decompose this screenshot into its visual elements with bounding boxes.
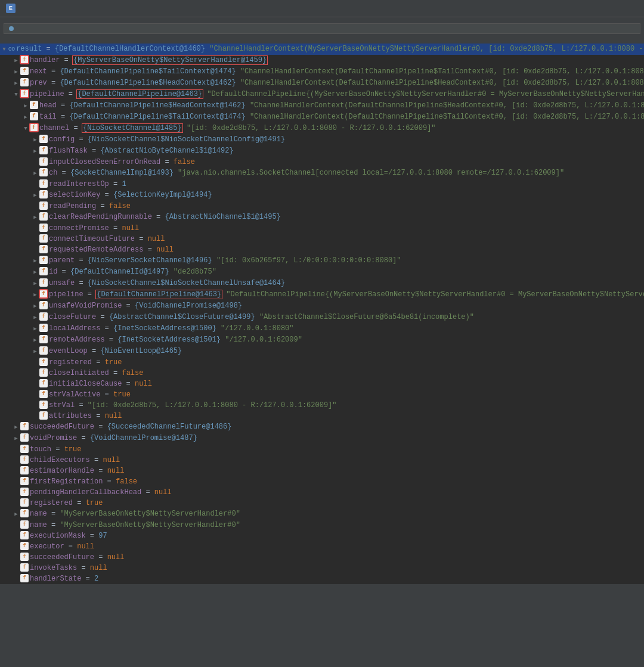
tree-row-firstRegistration[interactable]: ffirstRegistration = false bbox=[0, 476, 644, 487]
tree-row-config[interactable]: fconfig = {NioSocketChannel$NioSocketCha… bbox=[0, 134, 644, 145]
tree-row-root[interactable]: ooresult = {DefaultChannelHandlerContext… bbox=[0, 44, 644, 55]
tree-row-ch-pipeline[interactable]: fpipeline = {DefaultChannelPipeline@1463… bbox=[0, 289, 644, 300]
row-content: invokeTasks = null bbox=[30, 563, 107, 573]
tree-row-name[interactable]: fname = "MyServerBaseOnNetty$NettyServer… bbox=[0, 508, 644, 520]
tree-arrow[interactable] bbox=[21, 112, 30, 122]
expression-section bbox=[0, 17, 644, 38]
row-content: prev = {DefaultChannelPipeline$HeadConte… bbox=[30, 78, 644, 88]
tree-row-reg[interactable]: fregistered = true bbox=[0, 498, 644, 508]
row-content: readPending = false bbox=[49, 201, 131, 211]
tree-row-channel[interactable]: fchannel = {NioSocketChannel@1485} "[id:… bbox=[0, 123, 644, 134]
tree-row-readPending[interactable]: freadPending = false bbox=[0, 201, 644, 212]
tree-arrow[interactable] bbox=[31, 267, 39, 277]
tree-row-parent[interactable]: fparent = {NioServerSocketChannel@1496} … bbox=[0, 255, 644, 266]
tree-row-touch[interactable]: ftouch = true bbox=[0, 444, 644, 455]
f-icon: f bbox=[39, 201, 48, 210]
tree-arrow[interactable] bbox=[0, 44, 8, 54]
tree-arrow[interactable] bbox=[12, 422, 20, 432]
tree-row-initialCloseCause[interactable]: finitialCloseCause = null bbox=[0, 379, 644, 389]
tree-row-pipeline-tail[interactable]: ftail = {DefaultChannelPipeline$TailCont… bbox=[0, 111, 644, 123]
tree-arrow[interactable] bbox=[12, 509, 20, 519]
tree-row-pipeline-head[interactable]: fhead = {DefaultChannelPipeline$HeadCont… bbox=[0, 100, 644, 111]
f-icon: f bbox=[20, 542, 29, 550]
row-content: name = "MyServerBaseOnNetty$NettyServerH… bbox=[30, 509, 240, 519]
f-icon: f bbox=[39, 379, 48, 387]
tree-arrow[interactable] bbox=[31, 256, 39, 266]
row-content: executor = null bbox=[30, 542, 94, 551]
tree-arrow[interactable] bbox=[31, 146, 39, 156]
tree-arrow[interactable] bbox=[31, 290, 39, 300]
tree-row-connectPromise[interactable]: fconnectPromise = null bbox=[0, 223, 644, 234]
tree-row-executor[interactable]: fexecutor = null bbox=[0, 541, 644, 552]
tree-row-selectionKey[interactable]: fselectionKey = {SelectionKeyImpl@1494} bbox=[0, 190, 644, 201]
tree-row-ordered[interactable]: fname = "MyServerBaseOnNetty$NettyServer… bbox=[0, 520, 644, 531]
tree-arrow[interactable] bbox=[12, 78, 20, 88]
f-red-icon: f bbox=[39, 290, 48, 298]
f-icon: f bbox=[39, 390, 48, 398]
tree-row-estimatorHandle[interactable]: festimatorHandle = null bbox=[0, 466, 644, 476]
tree-row-clearReadPendingRunnable[interactable]: fclearReadPendingRunnable = {AbstractNio… bbox=[0, 212, 644, 223]
tree-row-strVal[interactable]: fstrVal = "[id: 0xde2d8b75, L:/127.0.0.1… bbox=[0, 400, 644, 411]
tree-arrow[interactable] bbox=[12, 433, 20, 443]
tree-row-ch-id[interactable]: fid = {DefaultChannelId@1497} "de2d8b75" bbox=[0, 266, 644, 278]
tree-arrow[interactable] bbox=[12, 55, 20, 66]
tree-row-readInterestOp[interactable]: freadInterestOp = 1 bbox=[0, 179, 644, 190]
tree-arrow[interactable] bbox=[31, 346, 39, 356]
tree-arrow[interactable] bbox=[31, 190, 39, 200]
tree-arrow[interactable] bbox=[12, 89, 20, 100]
tree-arrow[interactable] bbox=[31, 324, 39, 334]
tree-row-prev[interactable]: fprev = {DefaultChannelPipeline$HeadCont… bbox=[0, 77, 644, 89]
tree-row-unsafe[interactable]: funsafe = {NioSocketChannel$NioSocketCha… bbox=[0, 278, 644, 289]
tree-row-connectTimeoutFuture[interactable]: fconnectTimeoutFuture = null bbox=[0, 234, 644, 244]
tree-row-closeInitiated[interactable]: fcloseInitiated = false bbox=[0, 368, 644, 379]
tree-row-registered[interactable]: fregistered = true bbox=[0, 357, 644, 368]
tree-row-inputClosedSeenErrorOnRead[interactable]: finputClosedSeenErrorOnRead = false bbox=[0, 157, 644, 167]
result-section bbox=[0, 38, 644, 44]
tree-arrow[interactable] bbox=[31, 168, 39, 178]
f-icon: f bbox=[39, 301, 48, 309]
tree-row-requestedRemoteAddress[interactable]: frequestedRemoteAddress = null bbox=[0, 244, 644, 255]
row-content: unsafe = {NioSocketChannel$NioSocketChan… bbox=[49, 278, 285, 288]
tree-row-handlerState[interactable]: fhandlerState = 2 bbox=[0, 573, 644, 584]
tree-arrow[interactable] bbox=[31, 135, 39, 145]
tree-arrow[interactable] bbox=[21, 123, 30, 134]
tree-row-ch[interactable]: fch = {SocketChannelImpl@1493} "java.nio… bbox=[0, 167, 644, 179]
tree-arrow[interactable] bbox=[12, 67, 20, 77]
f-icon: f bbox=[20, 563, 29, 572]
tree-row-attributes[interactable]: fattributes = null bbox=[0, 411, 644, 421]
tree-arrow[interactable] bbox=[31, 278, 39, 288]
tree-arrow[interactable] bbox=[31, 312, 39, 322]
tree-row-closeFuture[interactable]: fcloseFuture = {AbstractChannel$CloseFut… bbox=[0, 312, 644, 323]
f-icon: f bbox=[30, 101, 38, 109]
f-icon: f bbox=[39, 358, 48, 366]
tree-row-eventLoop[interactable]: feventLoop = {NioEventLoop@1465} bbox=[0, 346, 644, 357]
row-content: flushTask = {AbstractNioByteChannel$1@14… bbox=[49, 146, 234, 156]
tree-row-localAddress[interactable]: flocalAddress = {InetSocketAddress@1500}… bbox=[0, 323, 644, 334]
f-icon: f bbox=[39, 212, 48, 221]
tree-arrow[interactable] bbox=[31, 301, 39, 311]
tree-arrow[interactable] bbox=[31, 335, 39, 345]
tree-arrow[interactable] bbox=[21, 101, 30, 111]
tree-row-executionMask[interactable]: fexecutionMask = 97 bbox=[0, 531, 644, 541]
tree-row-succeededFuture2[interactable]: fsucceededFuture = null bbox=[0, 552, 644, 563]
f-icon: f bbox=[39, 234, 48, 243]
tree-row-handler[interactable]: fhandler = {MyServerBaseOnNetty$NettySer… bbox=[0, 55, 644, 66]
tree-row-next[interactable]: fnext = {DefaultChannelPipeline$TailCont… bbox=[0, 66, 644, 77]
tree-arrow[interactable] bbox=[31, 212, 39, 222]
tree-row-childExecutors[interactable]: fchildExecutors = null bbox=[0, 455, 644, 466]
tree-row-strValActive[interactable]: fstrValActive = true bbox=[0, 389, 644, 400]
expression-input-area[interactable] bbox=[4, 23, 640, 34]
tree-row-pipeline[interactable]: fpipeline = {DefaultChannelPipeline@1463… bbox=[0, 89, 644, 100]
tree-row-voidPromise[interactable]: fvoidPromise = {VoidChannelPromise@1487} bbox=[0, 433, 644, 444]
tree-row-flushTask[interactable]: fflushTask = {AbstractNioByteChannel$1@1… bbox=[0, 145, 644, 157]
f-icon: f bbox=[39, 179, 48, 188]
tree-row-invokeTasks[interactable]: finvokeTasks = null bbox=[0, 563, 644, 573]
tree-row-unsafeVoidPromise[interactable]: funsafeVoidPromise = {VoidChannelPromise… bbox=[0, 300, 644, 312]
f-icon: f bbox=[39, 168, 48, 176]
f-red-icon: f bbox=[20, 55, 29, 64]
tree-row-remoteAddress[interactable]: fremoteAddress = {InetSocketAddress@1501… bbox=[0, 334, 644, 346]
tree-row-pendingHandlerCallbackHead[interactable]: fpendingHandlerCallbackHead = null bbox=[0, 487, 644, 498]
tree-row-succeededFuture[interactable]: fsucceededFuture = {SucceededChannelFutu… bbox=[0, 421, 644, 433]
row-content: clearReadPendingRunnable = {AbstractNioC… bbox=[49, 212, 281, 222]
tree-container[interactable]: ooresult = {DefaultChannelHandlerContext… bbox=[0, 44, 644, 584]
